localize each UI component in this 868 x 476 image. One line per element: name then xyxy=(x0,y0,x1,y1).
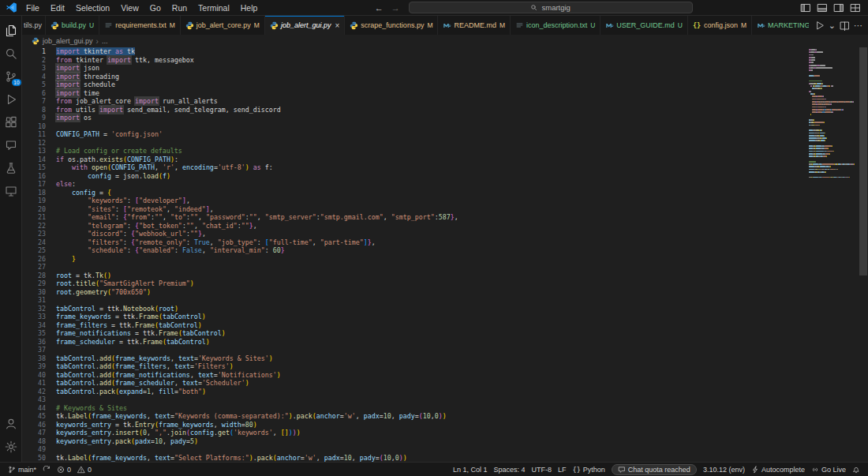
code-line: 8from utils import send_email, send_tele… xyxy=(22,106,805,114)
tab-icon_description.txt[interactable]: icon_description.txtU xyxy=(511,16,600,35)
python-file-icon xyxy=(350,21,358,30)
line-number: 15 xyxy=(22,163,46,172)
status-git-branch[interactable]: main* xyxy=(5,463,39,476)
vertical-scrollbar[interactable] xyxy=(859,47,868,462)
forward-icon[interactable]: → xyxy=(387,3,404,13)
tab-README.md[interactable]: README.mdM xyxy=(438,16,511,35)
tab-job_alert_gui.py[interactable]: job_alert_gui.py× xyxy=(265,16,345,35)
source-control-icon[interactable]: 10 xyxy=(1,65,21,88)
spark-icon xyxy=(751,466,759,474)
explorer-icon[interactable] xyxy=(1,19,21,42)
code-content[interactable]: 1import tkinter as tk2from tkinter impor… xyxy=(22,47,805,462)
back-icon[interactable]: ← xyxy=(371,3,387,13)
menu-item-terminal[interactable]: Terminal xyxy=(193,3,235,13)
status-python-interpreter[interactable]: 3.10.12 (env) xyxy=(700,463,748,476)
status-eol-sequence[interactable]: LF xyxy=(555,463,570,476)
line-number: 44 xyxy=(22,404,46,413)
search-icon[interactable] xyxy=(1,42,21,65)
menu-item-file[interactable]: File xyxy=(21,3,45,13)
line-number: 13 xyxy=(22,147,46,156)
breadcrumb-file[interactable]: job_alert_gui.py xyxy=(43,37,93,45)
tab-USER_GUIDE.md[interactable]: USER_GUIDE.mdU xyxy=(600,16,688,35)
line-text: CONFIG_PATH = 'config.json' xyxy=(56,130,163,138)
code-line: 9import os xyxy=(22,114,805,122)
code-line: 10 xyxy=(22,122,805,131)
chat-icon[interactable] xyxy=(1,133,21,156)
menu-item-go[interactable]: Go xyxy=(144,3,166,13)
run-dropdown-icon[interactable]: ⌄ xyxy=(829,21,836,31)
toggle-primary-sidebar-icon[interactable] xyxy=(800,2,811,13)
customize-layout-icon[interactable] xyxy=(850,2,861,13)
tab-scrape_functions.py[interactable]: scrape_functions.pyM xyxy=(345,16,438,35)
extensions-icon[interactable] xyxy=(1,111,21,133)
line-number: 17 xyxy=(22,180,46,189)
line-number: 7 xyxy=(22,97,46,106)
tab-requirements.txt[interactable]: requirements.txtM xyxy=(99,16,181,35)
status-go-live[interactable]: Go Live xyxy=(808,463,849,476)
status-sync-changes[interactable] xyxy=(39,463,54,476)
line-text: from job_alert_core import run_all_alert… xyxy=(56,97,218,105)
breadcrumb[interactable]: job_alert_gui.py › ... xyxy=(22,35,868,47)
menu-item-edit[interactable]: Edit xyxy=(45,3,70,13)
line-text: frame_keywords = ttk.Frame(tabControl) xyxy=(56,313,206,320)
status-cursor-position[interactable]: Ln 1, Col 1 xyxy=(450,463,491,476)
line-number: 5 xyxy=(22,81,46,89)
run-and-debug-icon[interactable] xyxy=(1,88,21,111)
tab-tils.py[interactable]: tils.py xyxy=(22,16,46,35)
sync-icon xyxy=(43,466,51,474)
line-text: keywords_entry = tk.Entry(frame_keywords… xyxy=(56,421,257,429)
markdown-file-icon xyxy=(605,21,614,30)
status-indentation[interactable]: Spaces: 4 xyxy=(490,463,528,476)
code-line: 13# Load config or create defaults xyxy=(22,147,805,156)
status-encoding[interactable]: UTF-8 xyxy=(529,463,556,476)
line-text: from utils import send_email, send_teleg… xyxy=(56,106,281,114)
status-problems-errors[interactable]: 0 xyxy=(54,463,74,476)
command-center-search[interactable]: smartgig xyxy=(409,2,693,13)
settings-icon[interactable] xyxy=(1,435,21,458)
menu-item-help[interactable]: Help xyxy=(235,3,264,13)
line-text: if os.path.exists(CONFIG_PATH): xyxy=(56,156,178,163)
tab-job_alert_core.py[interactable]: job_alert_core.pyM xyxy=(181,16,265,35)
python-file-icon xyxy=(51,21,59,30)
toggle-panel-icon[interactable] xyxy=(817,2,828,13)
more-actions-icon[interactable]: ⋯ xyxy=(854,21,862,31)
menu-item-selection[interactable]: Selection xyxy=(70,3,115,13)
code-editor[interactable]: 1import tkinter as tk2from tkinter impor… xyxy=(22,47,868,462)
status-problems-warnings[interactable]: 0 xyxy=(74,463,95,476)
layout-controls xyxy=(800,2,861,13)
tab-MARKETING_PACK.md[interactable]: MARKETING_PACK.mdU xyxy=(752,16,809,35)
close-tab-icon[interactable]: × xyxy=(335,21,340,30)
line-number: 39 xyxy=(22,362,46,371)
tab-label: config.json xyxy=(704,21,738,29)
tab-label: job_alert_gui.py xyxy=(281,21,331,29)
tab-build.py[interactable]: build.pyU xyxy=(46,16,99,35)
tab-config.json[interactable]: {}config.jsonM xyxy=(688,16,752,35)
line-text: tabControl.add(frame_filters, text='Filt… xyxy=(56,362,234,370)
status-label: 0 xyxy=(88,466,92,474)
testing-icon[interactable] xyxy=(1,156,21,179)
code-line: 30root.geometry("700x650") xyxy=(22,288,805,297)
run-python-file-icon[interactable] xyxy=(814,21,825,31)
code-line: 41tabControl.add(frame_scheduler, text='… xyxy=(22,379,805,388)
status-language-mode[interactable]: {}Python xyxy=(570,463,608,476)
menu-item-view[interactable]: View xyxy=(115,3,144,13)
status-chat-quota[interactable]: Chat quota reached xyxy=(612,464,697,475)
line-text: } xyxy=(56,255,76,263)
scrollbar-thumb[interactable] xyxy=(859,47,867,275)
code-line: 37 xyxy=(22,346,805,354)
status-autocomplete[interactable]: Autocomplete xyxy=(748,463,808,476)
breadcrumb-symbol[interactable]: ... xyxy=(102,37,108,45)
code-line: 34frame_filters = ttk.Frame(tabControl) xyxy=(22,321,805,330)
status-notifications-bell[interactable] xyxy=(849,463,863,476)
split-editor-icon[interactable] xyxy=(840,21,850,31)
menu-item-run[interactable]: Run xyxy=(166,3,193,13)
minimap[interactable] xyxy=(809,49,858,179)
text-file-icon xyxy=(104,21,113,30)
account-icon[interactable] xyxy=(1,412,21,435)
code-line: 17else: xyxy=(22,180,805,189)
chevron-right-icon: › xyxy=(96,37,99,46)
line-text: frame_scheduler = ttk.Frame(tabControl) xyxy=(56,338,210,346)
code-line: 29root.title("SmartGigAlert Premium") xyxy=(22,279,805,288)
toggle-secondary-sidebar-icon[interactable] xyxy=(833,2,844,13)
remote-explorer-icon[interactable] xyxy=(1,179,21,202)
